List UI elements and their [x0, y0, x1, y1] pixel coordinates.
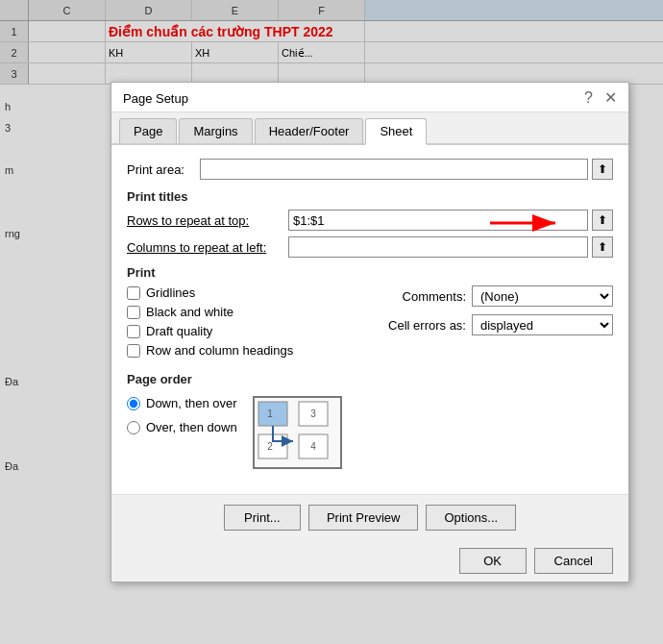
down-then-over-label: Down, then over — [146, 396, 237, 410]
svg-text:4: 4 — [310, 441, 316, 452]
comments-row: Comments: (None) — [380, 285, 613, 307]
black-white-checkbox[interactable] — [127, 306, 140, 319]
down-then-over-row: Down, then over — [127, 396, 237, 410]
print-area-row: Print area: ⬆ — [127, 159, 613, 180]
ok-button[interactable]: OK — [459, 548, 527, 574]
comments-dropdown[interactable]: (None) — [472, 285, 613, 307]
print-area-input[interactable] — [200, 159, 588, 180]
tab-header-footer[interactable]: Header/Footer — [255, 118, 364, 143]
cols-to-repeat-label: Columns to repeat at left: — [127, 240, 288, 255]
page-order-diagram: 1 3 2 4 — [253, 396, 342, 469]
svg-text:3: 3 — [310, 409, 316, 419]
draft-quality-label: Draft quality — [146, 324, 212, 338]
rows-to-repeat-row: Rows to repeat at top: ⬆ — [127, 210, 613, 231]
cols-to-repeat-row: Columns to repeat at left: ⬆ — [127, 236, 613, 258]
cols-to-repeat-input[interactable] — [288, 236, 588, 258]
draft-quality-checkbox[interactable] — [127, 325, 140, 338]
svg-rect-2 — [258, 402, 287, 426]
dialog-titlebar: Page Setup ? ✕ — [111, 83, 628, 112]
titlebar-icons: ? ✕ — [582, 90, 619, 106]
dialog-overlay: Page Setup ? ✕ Page Margins Header/Foote… — [0, 0, 663, 644]
cancel-button[interactable]: Cancel — [534, 548, 613, 574]
comments-label: Comments: — [380, 289, 466, 304]
over-then-down-label: Over, then down — [146, 420, 237, 434]
dialog-title: Page Setup — [123, 91, 188, 106]
black-white-label: Black and white — [146, 305, 233, 319]
over-then-down-row: Over, then down — [127, 420, 237, 434]
rows-repeat-icon-btn[interactable]: ⬆ — [592, 210, 613, 231]
page-order-radios: Down, then over Over, then down — [127, 392, 237, 439]
print-area-icon-btn[interactable]: ⬆ — [592, 159, 613, 180]
print-dropdowns: Comments: (None) Cell errors as: display… — [380, 285, 613, 362]
cell-errors-label: Cell errors as: — [380, 318, 466, 333]
print-button[interactable]: Print... — [224, 505, 301, 531]
page-order-diagram-svg: 1 3 2 4 — [257, 400, 338, 462]
tab-page[interactable]: Page — [119, 118, 177, 143]
tab-sheet[interactable]: Sheet — [365, 118, 427, 145]
page-order-content: Down, then over Over, then down — [127, 392, 613, 469]
cols-repeat-icon-btn[interactable]: ⬆ — [592, 236, 613, 258]
print-section: Gridlines Black and white Draft quality … — [127, 285, 613, 362]
dialog-body: Print area: ⬆ Print titles Rows to repea… — [111, 145, 628, 494]
row-col-headings-label: Row and column headings — [146, 343, 293, 358]
tab-margins[interactable]: Margins — [179, 118, 252, 143]
svg-text:2: 2 — [267, 441, 273, 452]
draft-quality-row: Draft quality — [127, 324, 360, 338]
dialog-footer: Print... Print Preview Options... — [111, 494, 628, 540]
black-white-row: Black and white — [127, 305, 360, 319]
down-then-over-radio[interactable] — [127, 397, 140, 410]
page-setup-dialog: Page Setup ? ✕ Page Margins Header/Foote… — [110, 82, 629, 582]
print-checkboxes: Gridlines Black and white Draft quality … — [127, 285, 360, 362]
gridlines-label: Gridlines — [146, 285, 195, 300]
print-preview-button[interactable]: Print Preview — [308, 505, 419, 531]
over-then-down-radio[interactable] — [127, 421, 140, 434]
cell-errors-row: Cell errors as: displayed — [380, 314, 613, 335]
page-order-section: Page order Down, then over Over, then do… — [127, 372, 613, 469]
gridlines-row: Gridlines — [127, 285, 360, 300]
row-col-headings-checkbox[interactable] — [127, 344, 140, 358]
print-section-title: Print — [127, 265, 613, 280]
print-titles-label: Print titles — [127, 189, 613, 204]
row-col-headings-row: Row and column headings — [127, 343, 360, 358]
print-area-label: Print area: — [127, 162, 196, 177]
rows-repeat-container: ⬆ — [288, 210, 613, 231]
dialog-action-footer: OK Cancel — [111, 540, 628, 582]
close-button[interactable]: ✕ — [602, 90, 619, 106]
dialog-tabs: Page Margins Header/Footer Sheet — [111, 112, 628, 145]
cell-errors-dropdown[interactable]: displayed — [472, 314, 613, 335]
page-order-title: Page order — [127, 372, 613, 386]
svg-text:1: 1 — [267, 409, 273, 419]
rows-to-repeat-label: Rows to repeat at top: — [127, 213, 288, 228]
help-button[interactable]: ? — [582, 90, 595, 106]
red-arrow-icon — [490, 206, 586, 235]
options-button[interactable]: Options... — [426, 505, 516, 531]
gridlines-checkbox[interactable] — [127, 286, 140, 300]
cols-repeat-container: ⬆ — [288, 236, 613, 258]
